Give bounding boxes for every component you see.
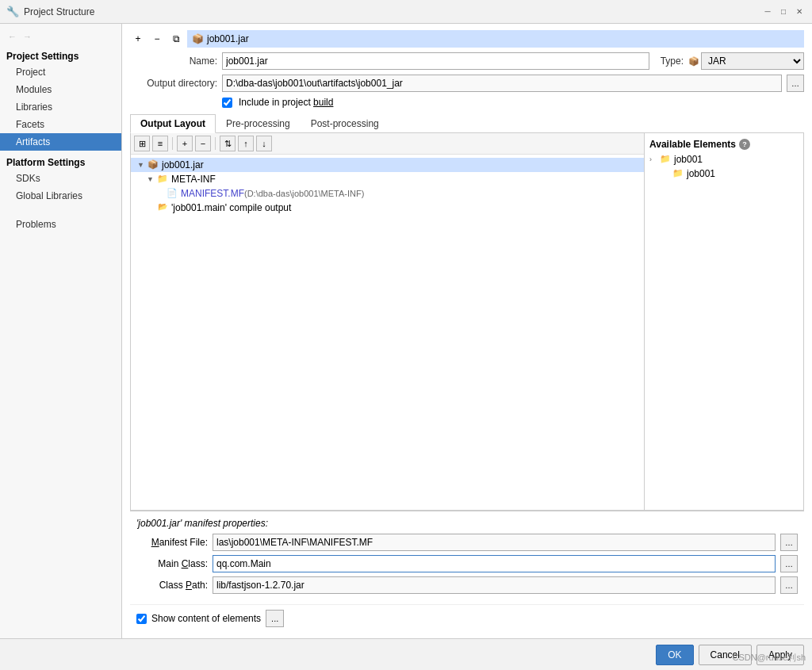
title-bar-controls[interactable]: ─ □ ✕ — [761, 6, 806, 18]
meta-arrow: ▼ — [147, 175, 156, 183]
copy-artifact-button[interactable]: ⧉ — [168, 31, 184, 47]
available-help-icon[interactable]: ? — [739, 139, 750, 150]
platform-settings-label: Platform Settings — [0, 151, 121, 170]
avail-label-root: job001 — [674, 154, 703, 165]
cancel-button[interactable]: Cancel — [699, 645, 752, 665]
main-class-browse-btn[interactable]: … — [780, 555, 798, 572]
window-title: Project Structure — [24, 6, 94, 17]
tree-node-compile[interactable]: 📂 'job001.main' compile output — [131, 201, 644, 215]
tree-btn1[interactable]: ⊞ — [134, 136, 150, 151]
name-input[interactable] — [222, 52, 649, 70]
toolbar-separator2 — [215, 137, 216, 150]
include-checkbox[interactable] — [222, 98, 232, 108]
forward-arrow[interactable]: → — [21, 30, 33, 43]
tab-post-processing[interactable]: Post-processing — [301, 114, 389, 133]
sidebar-item-modules[interactable]: Modules — [0, 81, 121, 98]
class-path-input[interactable] — [213, 576, 776, 594]
tree-up-btn[interactable]: ↑ — [238, 136, 254, 151]
type-label: Type: — [661, 56, 684, 67]
tree-remove-btn[interactable]: − — [195, 136, 211, 151]
sidebar-item-global-libraries[interactable]: Global Libraries — [0, 187, 121, 205]
maximize-button[interactable]: □ — [777, 6, 790, 18]
back-arrow[interactable]: ← — [6, 30, 18, 43]
sidebar-item-artifacts[interactable]: Artifacts — [0, 133, 121, 151]
show-content-more-btn[interactable]: ... — [266, 610, 284, 627]
manifest-file-browse-btn[interactable]: … — [780, 534, 798, 551]
manifest-title: 'job001.jar' manifest properties: — [136, 518, 798, 529]
tree-add-btn[interactable]: + — [177, 136, 193, 151]
tree-sort-btn[interactable]: ⇅ — [220, 136, 236, 151]
show-content-checkbox[interactable] — [136, 614, 147, 624]
class-path-label: Class Path: — [136, 580, 208, 591]
avail-node-job001-root[interactable]: › 📁 job001 — [645, 152, 803, 167]
jar-arrow: ▼ — [137, 161, 147, 169]
artifact-content-area: ⊞ ≡ + − ⇅ ↑ ↓ ▼ 📦 — [130, 133, 804, 511]
jar-list-icon: 📦 — [192, 33, 204, 44]
avail-folder-sub-icon: 📁 — [672, 168, 684, 179]
toolbar-separator — [172, 137, 173, 150]
avail-arrow-root: › — [649, 155, 659, 163]
tree-btn2[interactable]: ≡ — [152, 136, 168, 151]
include-checkbox-row: Include in project build — [130, 97, 804, 108]
artifact-list-item[interactable]: 📦 job001.jar — [187, 30, 804, 48]
name-type-row: Name: Type: 📦 JAR WAR EAR — [130, 52, 804, 70]
title-bar: 🔧 Project Structure ─ □ ✕ — [0, 0, 812, 24]
jar-icon: 📦 — [147, 159, 159, 170]
bottom-bar: CSDN@runse利sh OK Cancel Apply — [0, 638, 812, 670]
jar-type-icon: 📦 — [688, 56, 699, 67]
avail-label-sub: job001 — [687, 168, 715, 179]
type-select[interactable]: JAR WAR EAR — [701, 52, 804, 70]
manifest-file-input[interactable] — [213, 534, 776, 551]
output-dir-browse-button[interactable]: … — [787, 75, 804, 92]
artifact-list-label: job001.jar — [207, 33, 249, 44]
minimize-button[interactable]: ─ — [761, 6, 774, 18]
manifest-file-row: Manifest File: … — [136, 534, 798, 551]
artifact-list-toolbar: + − ⧉ 📦 job001.jar — [130, 30, 804, 48]
manifest-path: (D:\dba-das\job001\META-INF) — [244, 189, 364, 198]
content-area: + − ⧉ 📦 job001.jar Name: Type: 📦 JAR WAR… — [122, 24, 812, 638]
sidebar-item-facets[interactable]: Facets — [0, 116, 121, 133]
sidebar-item-sdks[interactable]: SDKs — [0, 170, 121, 187]
title-bar-left: 🔧 Project Structure — [6, 6, 94, 17]
tree-node-meta-inf[interactable]: ▼ 📁 META-INF — [131, 172, 644, 186]
meta-inf-label: META-INF — [171, 174, 216, 185]
output-dir-row: Output directory: … — [130, 75, 804, 92]
folder-icon: 📁 — [156, 174, 169, 185]
include-label: Include in project build — [239, 97, 333, 108]
tab-pre-processing[interactable]: Pre-processing — [216, 114, 301, 133]
show-content-row: Show content of elements ... — [130, 604, 804, 632]
output-dir-input[interactable] — [222, 75, 782, 92]
remove-artifact-button[interactable]: − — [149, 31, 165, 47]
main-class-input[interactable] — [213, 555, 776, 572]
sidebar-item-libraries[interactable]: Libraries — [0, 98, 121, 116]
main-class-row: Main Class: … — [136, 555, 798, 572]
sidebar-item-problems[interactable]: Problems — [0, 216, 121, 233]
avail-folder-icon: 📁 — [659, 154, 672, 165]
available-elements-panel: Available Elements ? › 📁 job001 📁 job001 — [645, 133, 803, 510]
sidebar-nav: ← → — [0, 27, 121, 46]
add-artifact-button[interactable]: + — [130, 31, 146, 47]
type-select-wrapper: 📦 JAR WAR EAR — [688, 52, 804, 70]
sidebar-item-project[interactable]: Project — [0, 63, 121, 81]
tree-node-jar[interactable]: ▼ 📦 job001.jar — [131, 158, 644, 172]
available-elements-header: Available Elements ? — [645, 136, 803, 152]
manifest-section: 'job001.jar' manifest properties: Manife… — [130, 511, 804, 604]
tab-output-layout[interactable]: Output Layout — [130, 114, 216, 133]
avail-node-job001-sub[interactable]: 📁 job001 — [645, 167, 803, 181]
output-dir-label: Output directory: — [130, 78, 217, 89]
close-button[interactable]: ✕ — [793, 6, 806, 18]
tabs: Output Layout Pre-processing Post-proces… — [130, 114, 804, 133]
tree-node-manifest[interactable]: 📄 MANIFEST.MF (D:\dba-das\job001\META-IN… — [131, 186, 644, 201]
ok-button[interactable]: OK — [656, 645, 693, 665]
tree-down-btn[interactable]: ↓ — [256, 136, 272, 151]
main-layout: ← → Project Settings Project Modules Lib… — [0, 24, 812, 638]
name-label: Name: — [130, 56, 217, 67]
manifest-icon: 📄 — [166, 188, 178, 199]
apply-button[interactable]: Apply — [756, 645, 804, 665]
manifest-label: MANIFEST.MF — [181, 188, 244, 199]
tree-toolbar: ⊞ ≡ + − ⇅ ↑ ↓ — [131, 133, 644, 155]
sidebar: ← → Project Settings Project Modules Lib… — [0, 24, 122, 638]
class-path-browse-btn[interactable]: … — [780, 576, 798, 594]
show-content-label: Show content of elements — [151, 613, 261, 624]
manifest-file-label: Manifest File: — [136, 537, 208, 548]
